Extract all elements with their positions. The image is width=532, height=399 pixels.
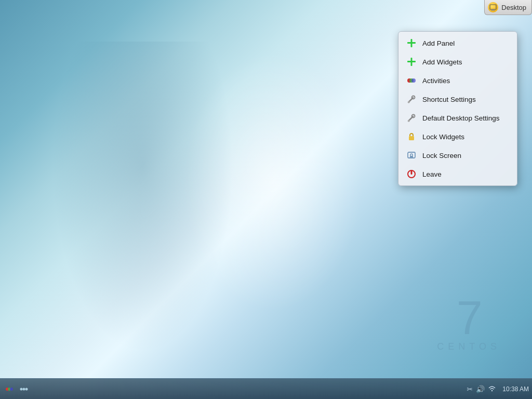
svg-point-12	[408, 101, 410, 103]
leave-icon	[406, 168, 417, 180]
activities-icon	[406, 75, 417, 86]
svg-rect-2	[491, 10, 495, 11]
svg-point-15	[408, 120, 410, 122]
svg-rect-16	[409, 136, 414, 140]
svg-point-23	[10, 388, 13, 391]
desktop-button[interactable]: Desktop	[484, 0, 532, 15]
desktop-button-icon	[488, 2, 498, 12]
scissors-tray-icon[interactable]: ✂	[467, 385, 473, 393]
menu-item-add-widgets[interactable]: Add Widgets	[398, 52, 517, 71]
activities-label: Activities	[422, 77, 450, 85]
svg-point-26	[25, 388, 28, 390]
clock[interactable]: 10:38 AM	[500, 385, 529, 393]
default-desktop-settings-label: Default Desktop Settings	[422, 114, 500, 122]
add-panel-icon	[406, 37, 417, 49]
default-desktop-settings-icon	[406, 112, 417, 124]
svg-rect-4	[411, 39, 413, 47]
svg-rect-18	[410, 156, 413, 158]
desktop-icon-svg	[489, 4, 497, 11]
menu-item-activities[interactable]: Activities	[398, 71, 517, 90]
add-panel-label: Add Panel	[422, 39, 455, 47]
network-tray-icon[interactable]	[488, 384, 496, 394]
svg-rect-6	[411, 58, 413, 66]
apps-launcher-button[interactable]	[3, 383, 16, 395]
menu-item-lock-widgets[interactable]: Lock Widgets	[398, 127, 517, 146]
taskbar-left	[3, 383, 30, 395]
add-widgets-icon	[406, 56, 417, 68]
lock-screen-icon	[406, 150, 417, 161]
shortcut-settings-label: Shortcut Settings	[422, 96, 476, 103]
lock-widgets-icon	[406, 131, 417, 142]
system-tray: ✂ 🔊	[467, 384, 497, 394]
desktop: 7 CENTOS Desktop Add Panel	[0, 0, 532, 399]
lock-screen-label: Lock Screen	[422, 152, 461, 159]
menu-item-add-panel[interactable]: Add Panel	[398, 34, 517, 52]
menu-item-lock-screen[interactable]: Lock Screen	[398, 146, 517, 165]
context-menu: Add Panel Add Widgets Activities	[398, 31, 517, 186]
taskbar: ✂ 🔊 10:38 AM	[0, 378, 532, 399]
menu-item-default-desktop-settings[interactable]: Default Desktop Settings	[398, 109, 517, 127]
svg-rect-20	[411, 170, 413, 175]
centos-name: CENTOS	[437, 341, 501, 352]
menu-item-shortcut-settings[interactable]: Shortcut Settings	[398, 90, 517, 109]
centos-version-number: 7	[437, 295, 501, 341]
add-widgets-label: Add Widgets	[422, 58, 462, 66]
taskbar-extra-icon[interactable]	[18, 383, 30, 395]
svg-point-25	[23, 388, 25, 390]
svg-rect-1	[491, 9, 495, 10]
svg-rect-0	[490, 5, 496, 9]
volume-tray-icon[interactable]: 🔊	[476, 385, 485, 393]
svg-point-9	[411, 78, 416, 83]
svg-point-27	[491, 390, 493, 391]
taskbar-right: ✂ 🔊 10:38 AM	[467, 384, 529, 394]
lock-widgets-label: Lock Widgets	[422, 133, 464, 141]
menu-item-leave[interactable]: Leave	[398, 165, 517, 183]
centos-watermark: 7 CENTOS	[437, 295, 501, 352]
leave-label: Leave	[422, 170, 442, 178]
shortcut-settings-icon	[406, 94, 417, 105]
desktop-button-label: Desktop	[501, 4, 526, 11]
svg-point-24	[20, 388, 23, 390]
